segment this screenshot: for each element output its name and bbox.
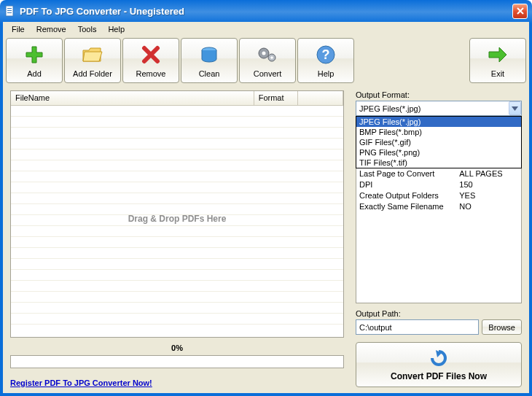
- toolbar: Add Add Folder Remove Clean: [3, 36, 529, 83]
- help-button[interactable]: ? Help: [297, 38, 354, 83]
- browse-button[interactable]: Browse: [482, 319, 522, 335]
- drop-hint: Drag & Drop PDFs Here: [128, 214, 227, 224]
- output-path-input[interactable]: [356, 319, 479, 335]
- menubar: File Remove Tools Help: [3, 22, 529, 36]
- convert-button-label: Convert: [254, 69, 282, 78]
- remove-button-label: Remove: [136, 69, 166, 78]
- window-title: PDF To JPG Converter - Unegistered: [20, 6, 512, 17]
- format-option-gif[interactable]: GIF Files(*.gif): [356, 137, 521, 147]
- setting-val: ALL PAGES: [459, 169, 518, 180]
- svg-rect-2: [7, 10, 12, 11]
- folder-icon: [81, 43, 104, 66]
- svg-text:?: ?: [322, 47, 330, 62]
- titlebar[interactable]: PDF To JPG Converter - Unegistered: [0, 0, 532, 22]
- output-format-label: Output Format:: [356, 90, 522, 99]
- setting-val: YES: [459, 191, 518, 202]
- plus-icon: [23, 43, 46, 66]
- col-spacer: [298, 91, 343, 105]
- format-option-jpeg[interactable]: JPEG Files(*.jpg): [356, 117, 521, 127]
- menu-file[interactable]: File: [6, 23, 31, 35]
- setting-key: Last Page to Convert: [359, 169, 459, 180]
- help-button-label: Help: [318, 69, 335, 78]
- setting-row: Last Page to Convert ALL PAGES: [356, 169, 521, 180]
- close-button[interactable]: [512, 4, 528, 19]
- format-option-bmp[interactable]: BMP Files(*.bmp): [356, 127, 521, 137]
- col-filename[interactable]: FileName: [11, 91, 254, 105]
- client-area: File Remove Tools Help Add Add Folder: [3, 22, 529, 393]
- exit-button[interactable]: Exit: [469, 38, 526, 83]
- svg-rect-3: [7, 12, 12, 13]
- setting-key: DPI: [359, 180, 459, 191]
- clean-button-label: Clean: [199, 69, 220, 78]
- x-icon: [139, 43, 163, 66]
- setting-val: NO: [459, 202, 518, 213]
- setting-row: Create Output Folders YES: [356, 191, 521, 202]
- col-format[interactable]: Format: [254, 91, 298, 105]
- convert-now-label: Convert PDF Files Now: [391, 371, 487, 381]
- file-list-header: FileName Format: [11, 91, 343, 106]
- format-option-png[interactable]: PNG Files(*.png): [356, 147, 521, 158]
- help-icon: ?: [314, 43, 337, 66]
- add-folder-button[interactable]: Add Folder: [64, 38, 121, 83]
- menu-remove[interactable]: Remove: [31, 23, 72, 35]
- convert-button[interactable]: Convert: [239, 38, 296, 83]
- svg-point-6: [262, 52, 266, 55]
- setting-row: DPI 150: [356, 180, 521, 191]
- arrow-right-icon: [486, 43, 509, 66]
- format-option-tif[interactable]: TIF Files(*.tif): [356, 158, 521, 168]
- progress-label: 0%: [10, 343, 344, 352]
- setting-row: Exactly Same Filename NO: [356, 202, 521, 213]
- remove-button[interactable]: Remove: [122, 38, 179, 83]
- add-button[interactable]: Add: [6, 38, 63, 83]
- gears-icon: [256, 43, 279, 66]
- add-button-label: Add: [27, 69, 42, 78]
- refresh-icon: [429, 349, 449, 370]
- clean-icon: [197, 43, 221, 66]
- clean-button[interactable]: Clean: [181, 38, 238, 83]
- output-format-value: JPEG Files(*.jpg): [359, 104, 420, 113]
- window: PDF To JPG Converter - Unegistered File …: [0, 0, 532, 396]
- file-list[interactable]: FileName Format Drag & Drop PDFs Here: [10, 90, 344, 338]
- menu-tools[interactable]: Tools: [72, 23, 103, 35]
- output-format-dropdown: JPEG Files(*.jpg) BMP Files(*.bmp) GIF F…: [356, 116, 522, 168]
- chevron-down-icon[interactable]: [509, 101, 521, 115]
- exit-button-label: Exit: [491, 69, 504, 78]
- output-path-label: Output Path:: [356, 309, 522, 318]
- menu-help[interactable]: Help: [102, 23, 130, 35]
- setting-val: 150: [459, 180, 518, 191]
- convert-now-button[interactable]: Convert PDF Files Now: [356, 342, 522, 387]
- svg-rect-1: [7, 8, 12, 9]
- app-icon: [4, 5, 16, 17]
- setting-key: Create Output Folders: [359, 191, 459, 202]
- output-format-combo[interactable]: JPEG Files(*.jpg) JPEG Files(*.jpg) BMP …: [356, 101, 522, 116]
- register-link[interactable]: Register PDF To JPG Converter Now!: [10, 378, 152, 387]
- add-folder-button-label: Add Folder: [73, 69, 112, 78]
- svg-point-8: [270, 56, 273, 59]
- progress-bar: [10, 355, 344, 368]
- setting-key: Exactly Same Filename: [359, 202, 459, 213]
